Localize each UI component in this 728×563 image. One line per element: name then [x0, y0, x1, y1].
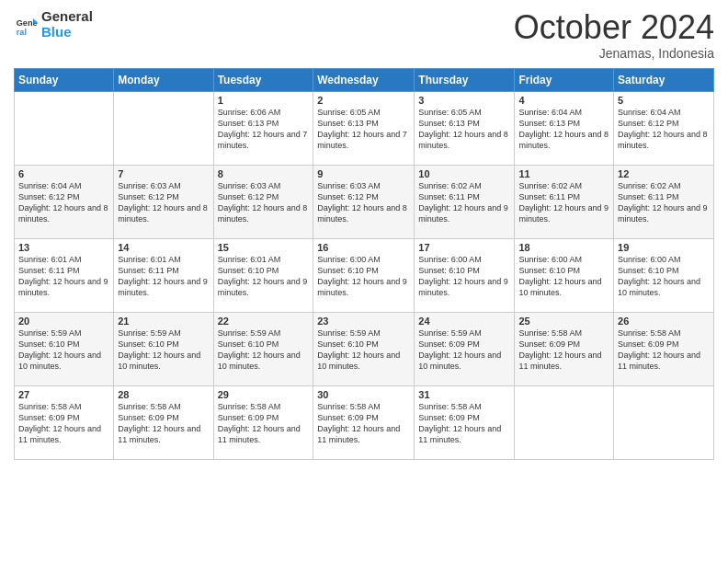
day-info: Sunrise: 5:58 AM Sunset: 6:09 PM Dayligh…: [518, 327, 609, 373]
day-info: Sunrise: 5:59 AM Sunset: 6:10 PM Dayligh…: [218, 327, 310, 373]
calendar-day-cell: 25Sunrise: 5:58 AM Sunset: 6:09 PM Dayli…: [515, 312, 614, 385]
day-info: Sunrise: 6:00 AM Sunset: 6:10 PM Dayligh…: [618, 254, 710, 299]
weekday-header: Friday: [515, 68, 614, 91]
day-info: Sunrise: 6:01 AM Sunset: 6:10 PM Dayligh…: [218, 254, 310, 299]
day-info: Sunrise: 5:58 AM Sunset: 6:09 PM Dayligh…: [418, 401, 510, 446]
day-number: 17: [418, 242, 510, 253]
day-info: Sunrise: 5:58 AM Sunset: 6:09 PM Dayligh…: [317, 401, 410, 446]
day-info: Sunrise: 6:02 AM Sunset: 6:11 PM Dayligh…: [418, 180, 510, 225]
day-number: 6: [18, 168, 109, 179]
calendar-day-cell: 10Sunrise: 6:02 AM Sunset: 6:11 PM Dayli…: [415, 165, 515, 238]
calendar-day-cell: 31Sunrise: 5:58 AM Sunset: 6:09 PM Dayli…: [415, 385, 515, 459]
day-info: Sunrise: 6:05 AM Sunset: 6:13 PM Dayligh…: [317, 107, 410, 152]
day-number: 28: [118, 389, 209, 400]
calendar-day-cell: 3Sunrise: 6:05 AM Sunset: 6:13 PM Daylig…: [415, 91, 515, 165]
calendar-day-cell: 4Sunrise: 6:04 AM Sunset: 6:13 PM Daylig…: [515, 91, 614, 165]
weekday-header: Monday: [114, 68, 213, 91]
calendar-week-row: 6Sunrise: 6:04 AM Sunset: 6:12 PM Daylig…: [15, 165, 714, 238]
calendar-day-cell: 2Sunrise: 6:05 AM Sunset: 6:13 PM Daylig…: [313, 91, 415, 165]
calendar-day-cell: [15, 91, 114, 165]
calendar-day-cell: 9Sunrise: 6:03 AM Sunset: 6:12 PM Daylig…: [313, 165, 415, 238]
day-info: Sunrise: 6:04 AM Sunset: 6:13 PM Dayligh…: [518, 107, 609, 152]
calendar-day-cell: 14Sunrise: 6:01 AM Sunset: 6:11 PM Dayli…: [114, 238, 213, 312]
weekday-header: Saturday: [614, 68, 714, 91]
day-info: Sunrise: 5:58 AM Sunset: 6:09 PM Dayligh…: [18, 401, 109, 446]
day-number: 25: [518, 316, 609, 327]
day-number: 9: [317, 168, 410, 179]
calendar-day-cell: 19Sunrise: 6:00 AM Sunset: 6:10 PM Dayli…: [614, 238, 714, 312]
day-info: Sunrise: 6:02 AM Sunset: 6:11 PM Dayligh…: [518, 180, 609, 225]
day-number: 19: [618, 242, 710, 253]
day-number: 10: [418, 168, 510, 179]
header: Gene ral General Blue October 2024 Jenam…: [14, 9, 714, 61]
calendar-day-cell: 22Sunrise: 5:59 AM Sunset: 6:10 PM Dayli…: [213, 312, 313, 385]
day-info: Sunrise: 5:58 AM Sunset: 6:09 PM Dayligh…: [618, 327, 710, 373]
day-info: Sunrise: 6:04 AM Sunset: 6:12 PM Dayligh…: [618, 107, 710, 152]
day-info: Sunrise: 6:00 AM Sunset: 6:10 PM Dayligh…: [418, 254, 510, 299]
calendar-week-row: 27Sunrise: 5:58 AM Sunset: 6:09 PM Dayli…: [15, 385, 714, 459]
day-number: 11: [518, 168, 609, 179]
calendar-day-cell: 23Sunrise: 5:59 AM Sunset: 6:10 PM Dayli…: [313, 312, 415, 385]
day-number: 23: [317, 316, 410, 327]
day-info: Sunrise: 6:03 AM Sunset: 6:12 PM Dayligh…: [317, 180, 410, 225]
calendar-day-cell: 8Sunrise: 6:03 AM Sunset: 6:12 PM Daylig…: [213, 165, 313, 238]
weekday-header: Wednesday: [313, 68, 415, 91]
day-number: 31: [418, 389, 510, 400]
calendar-table: SundayMondayTuesdayWednesdayThursdayFrid…: [14, 68, 714, 460]
calendar-week-row: 13Sunrise: 6:01 AM Sunset: 6:11 PM Dayli…: [15, 238, 714, 312]
day-number: 27: [18, 389, 109, 400]
day-info: Sunrise: 6:05 AM Sunset: 6:13 PM Dayligh…: [418, 107, 510, 152]
day-number: 14: [118, 242, 209, 253]
calendar-day-cell: 7Sunrise: 6:03 AM Sunset: 6:12 PM Daylig…: [114, 165, 213, 238]
calendar-day-cell: 28Sunrise: 5:58 AM Sunset: 6:09 PM Dayli…: [114, 385, 213, 459]
day-number: 16: [317, 242, 410, 253]
calendar-day-cell: 29Sunrise: 5:58 AM Sunset: 6:09 PM Dayli…: [213, 385, 313, 459]
day-info: Sunrise: 6:00 AM Sunset: 6:10 PM Dayligh…: [317, 254, 410, 299]
calendar-day-cell: [614, 385, 714, 459]
calendar-day-cell: [515, 385, 614, 459]
day-number: 2: [317, 95, 410, 106]
svg-text:ral: ral: [17, 27, 27, 36]
weekday-header: Tuesday: [213, 68, 313, 91]
day-info: Sunrise: 5:58 AM Sunset: 6:09 PM Dayligh…: [118, 401, 209, 446]
day-info: Sunrise: 5:59 AM Sunset: 6:10 PM Dayligh…: [317, 327, 410, 373]
day-number: 20: [18, 316, 109, 327]
logo-text: General Blue: [41, 9, 93, 40]
day-info: Sunrise: 6:01 AM Sunset: 6:11 PM Dayligh…: [18, 254, 109, 299]
day-info: Sunrise: 6:06 AM Sunset: 6:13 PM Dayligh…: [218, 107, 310, 152]
day-number: 3: [418, 95, 510, 106]
location-subtitle: Jenamas, Indonesia: [514, 46, 714, 61]
month-title: October 2024: [514, 9, 714, 46]
calendar-day-cell: 21Sunrise: 5:59 AM Sunset: 6:10 PM Dayli…: [114, 312, 213, 385]
day-number: 29: [218, 389, 310, 400]
calendar-day-cell: 6Sunrise: 6:04 AM Sunset: 6:12 PM Daylig…: [15, 165, 114, 238]
calendar-day-cell: 24Sunrise: 5:59 AM Sunset: 6:09 PM Dayli…: [415, 312, 515, 385]
day-info: Sunrise: 6:02 AM Sunset: 6:11 PM Dayligh…: [618, 180, 710, 225]
day-number: 15: [218, 242, 310, 253]
weekday-header: Sunday: [15, 68, 114, 91]
calendar-day-cell: 12Sunrise: 6:02 AM Sunset: 6:11 PM Dayli…: [614, 165, 714, 238]
calendar-day-cell: 20Sunrise: 5:59 AM Sunset: 6:10 PM Dayli…: [15, 312, 114, 385]
day-number: 5: [618, 95, 710, 106]
day-number: 21: [118, 316, 209, 327]
title-block: October 2024 Jenamas, Indonesia: [514, 9, 714, 61]
day-info: Sunrise: 5:59 AM Sunset: 6:09 PM Dayligh…: [418, 327, 510, 373]
calendar-day-cell: 13Sunrise: 6:01 AM Sunset: 6:11 PM Dayli…: [15, 238, 114, 312]
calendar-day-cell: 18Sunrise: 6:00 AM Sunset: 6:10 PM Dayli…: [515, 238, 614, 312]
calendar-day-cell: 1Sunrise: 6:06 AM Sunset: 6:13 PM Daylig…: [213, 91, 313, 165]
calendar-day-cell: 5Sunrise: 6:04 AM Sunset: 6:12 PM Daylig…: [614, 91, 714, 165]
day-info: Sunrise: 6:00 AM Sunset: 6:10 PM Dayligh…: [518, 254, 609, 299]
header-row: SundayMondayTuesdayWednesdayThursdayFrid…: [15, 68, 714, 91]
day-number: 4: [518, 95, 609, 106]
day-info: Sunrise: 5:58 AM Sunset: 6:09 PM Dayligh…: [218, 401, 310, 446]
calendar-day-cell: 26Sunrise: 5:58 AM Sunset: 6:09 PM Dayli…: [614, 312, 714, 385]
day-info: Sunrise: 6:03 AM Sunset: 6:12 PM Dayligh…: [118, 180, 209, 225]
day-number: 30: [317, 389, 410, 400]
day-number: 22: [218, 316, 310, 327]
day-info: Sunrise: 6:03 AM Sunset: 6:12 PM Dayligh…: [218, 180, 310, 225]
logo: Gene ral General Blue: [14, 9, 93, 40]
page: Gene ral General Blue October 2024 Jenam…: [0, 0, 728, 563]
calendar-week-row: 20Sunrise: 5:59 AM Sunset: 6:10 PM Dayli…: [15, 312, 714, 385]
day-info: Sunrise: 6:04 AM Sunset: 6:12 PM Dayligh…: [18, 180, 109, 225]
day-number: 18: [518, 242, 609, 253]
